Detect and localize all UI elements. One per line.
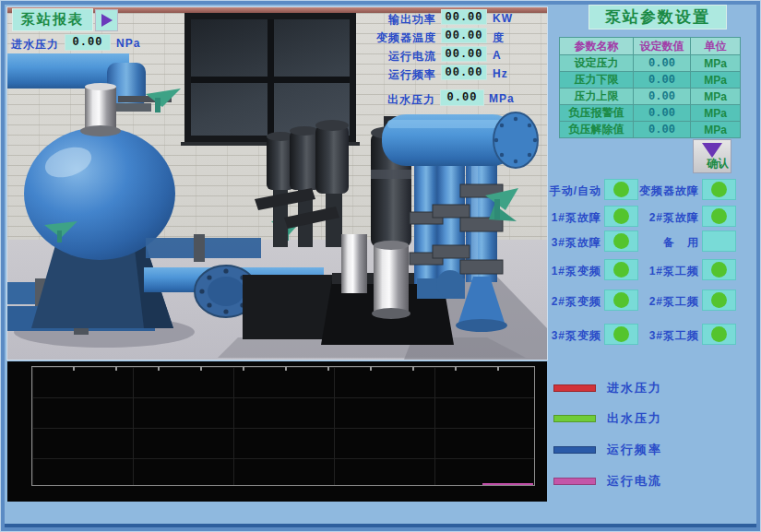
param-value-field[interactable]: 0.00 <box>634 122 691 138</box>
legend-swatch-run-current <box>553 478 596 485</box>
report-button[interactable]: 泵站报表 <box>12 8 93 31</box>
status-label-pump3-fault: 3#泵故障 <box>533 235 601 251</box>
status-label-vfd-fault: 变频器故障 <box>635 183 699 199</box>
outlet-pressure-value: 0.00 <box>440 89 484 106</box>
status-label-manual-auto: 手动/自动 <box>533 183 601 199</box>
lamp-spare <box>702 231 736 252</box>
status-label-pump2-fault: 2#泵故障 <box>635 210 699 226</box>
lamp-vfd-fault <box>702 179 736 200</box>
lamp-pump2-line <box>702 290 736 311</box>
legend-label-run-frequency: 运行频率 <box>607 442 662 458</box>
run-frequency-label: 运行频率 <box>355 67 436 83</box>
param-unit: MPa <box>691 122 741 138</box>
lamp-pump2-fault <box>702 206 736 227</box>
param-name: 负压报警值 <box>560 105 634 122</box>
lamp-manual-auto <box>604 179 638 200</box>
run-current-trace <box>482 483 533 485</box>
param-unit: MPa <box>691 105 741 122</box>
settings-header-row: 参数名称 设定数值 单位 <box>560 38 741 55</box>
table-row: 负压解除值 0.00 MPa <box>560 122 741 138</box>
run-current-value: 00.00 <box>441 46 487 62</box>
col-set-value: 设定数值 <box>634 38 691 55</box>
outlet-pressure-unit: MPa <box>489 92 515 105</box>
lamp-pump1-fault <box>604 206 638 227</box>
run-current-label: 运行电流 <box>355 49 436 65</box>
param-value-field[interactable]: 0.00 <box>634 105 691 122</box>
legend-swatch-outlet-pressure <box>553 415 596 422</box>
output-power-unit: KW <box>493 12 513 25</box>
status-label-pump1-line: 1#泵工频 <box>635 264 699 279</box>
lamp-pump1-line <box>702 259 736 280</box>
param-value-field[interactable]: 0.00 <box>634 89 691 105</box>
outlet-pressure-label: 出水压力 <box>387 92 435 108</box>
status-label-pump3-vfd: 3#泵变频 <box>533 328 601 344</box>
param-name: 压力下限 <box>560 72 634 89</box>
param-name: 设定压力 <box>560 55 634 72</box>
legend-swatch-run-frequency <box>553 446 596 454</box>
lamp-pump3-vfd <box>604 324 638 345</box>
legend-label-run-current: 运行电流 <box>607 473 662 490</box>
settings-table: 参数名称 设定数值 单位 设定压力 0.00 MPa 压力下限 0.00 MPa… <box>559 37 741 138</box>
status-label-spare: 备 用 <box>635 235 699 251</box>
legend-swatch-inlet-pressure <box>553 384 596 392</box>
param-name: 压力上限 <box>560 89 634 105</box>
inverter-temp-unit: 度 <box>493 30 505 46</box>
status-label-pump3-line: 3#泵工频 <box>635 328 699 344</box>
table-row: 压力上限 0.00 MPa <box>560 89 741 105</box>
run-frequency-unit: Hz <box>493 67 508 80</box>
col-unit: 单位 <box>691 38 741 55</box>
trend-chart <box>7 361 547 502</box>
lamp-pump1-vfd <box>604 259 638 280</box>
param-unit: MPa <box>691 72 741 89</box>
output-power-value: 00.00 <box>441 9 487 25</box>
table-row: 设定压力 0.00 MPa <box>560 55 741 72</box>
inlet-pressure-label: 进水压力 <box>11 37 59 53</box>
table-row: 压力下限 0.00 MPa <box>560 72 741 89</box>
pump-station-hmi-screen: 泵站报表 进水压力 0.00 NPa 输出功率 00.00 KW 变频器温度 0… <box>0 0 761 532</box>
inlet-pressure-value: 0.00 <box>65 34 111 51</box>
status-label-pump1-vfd: 1#泵变频 <box>533 264 601 279</box>
inlet-pressure-unit: NPa <box>116 37 140 50</box>
param-name: 负压解除值 <box>560 122 634 138</box>
settings-panel-title: 泵站参数设置 <box>589 5 727 30</box>
inverter-temp-value: 00.00 <box>441 28 487 43</box>
confirm-label: 确认 <box>707 156 729 171</box>
param-unit: MPa <box>691 55 741 72</box>
legend-label-inlet-pressure: 进水压力 <box>607 380 662 396</box>
param-value-field[interactable]: 0.00 <box>634 72 691 89</box>
run-current-unit: A <box>493 49 502 62</box>
status-label-pump2-line: 2#泵工频 <box>635 294 699 310</box>
inverter-temp-label: 变频器温度 <box>355 30 436 46</box>
table-row: 负压报警值 0.00 MPa <box>560 105 741 122</box>
status-label-pump2-vfd: 2#泵变频 <box>533 294 601 310</box>
col-param-name: 参数名称 <box>560 38 634 55</box>
lamp-pump3-fault <box>604 231 638 252</box>
play-icon <box>101 14 113 27</box>
lamp-pump2-vfd <box>604 290 638 311</box>
param-unit: MPa <box>691 89 741 105</box>
lamp-pump3-line <box>702 324 736 345</box>
run-frequency-value: 00.00 <box>441 65 487 80</box>
legend-label-outlet-pressure: 出水压力 <box>607 410 662 427</box>
output-power-label: 输出功率 <box>355 12 436 28</box>
report-play-button[interactable] <box>95 9 118 31</box>
trend-plot-area <box>31 366 535 486</box>
param-value-field[interactable]: 0.00 <box>634 55 691 72</box>
status-label-pump1-fault: 1#泵故障 <box>533 210 601 226</box>
confirm-button[interactable]: 确认 <box>693 139 731 173</box>
